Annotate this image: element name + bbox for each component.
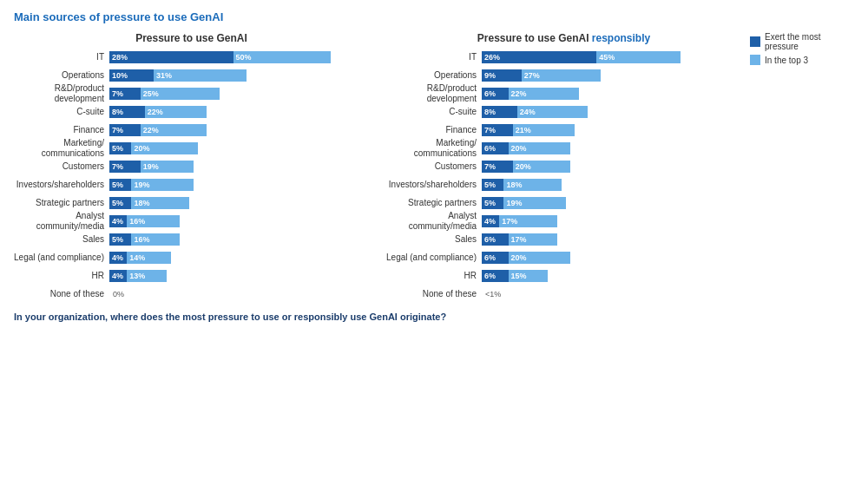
bar-container: 7%21%	[482, 124, 741, 136]
bar-outer: 18%	[503, 179, 561, 191]
bar-outer-label: 25%	[141, 89, 159, 98]
bar-container: 5%19%	[109, 179, 369, 191]
bar-inner: 5%	[109, 179, 131, 191]
bar-outer: 27%	[522, 69, 602, 82]
bar-outer-label: 20%	[509, 253, 527, 262]
bar-inner-label: 4%	[109, 217, 123, 226]
bar-container: 26%45%	[482, 51, 741, 63]
bar-container: 28%50%	[109, 51, 369, 63]
bar-outer-label: 27%	[522, 71, 540, 80]
bar-inner: 7%	[109, 124, 141, 136]
bar-outer-label: 22%	[509, 89, 527, 98]
bar-container: 6%17%	[482, 233, 741, 246]
chart-row: Operations10%31%	[14, 68, 369, 83]
bar-outer: 45%	[596, 51, 681, 63]
bar-inner-label: 5%	[109, 180, 123, 189]
bar-inner: 6%	[482, 252, 509, 264]
bar-inner: 8%	[109, 106, 145, 118]
bar-container: 4%14%	[109, 252, 369, 264]
bar-container: 5%18%	[109, 197, 369, 209]
bar-inner: 4%	[109, 215, 127, 227]
row-label: Sales	[14, 234, 109, 245]
bar-outer-label: 13%	[127, 272, 145, 280]
bar-container: 5%16%	[109, 233, 369, 246]
bar-outer: 13%	[127, 270, 167, 282]
bar-container: 4%13%	[109, 270, 369, 282]
bar-inner: 5%	[109, 197, 131, 209]
row-label: Finance	[14, 125, 109, 135]
bar-inner-label: 7%	[109, 162, 123, 171]
bar-outer: 20%	[131, 142, 197, 154]
bar-outer-label: 18%	[131, 199, 149, 207]
row-label: None of these	[386, 289, 482, 299]
bar-inner-label: 5%	[482, 180, 496, 189]
row-label: Strategic partners	[386, 198, 482, 208]
chart-row: Investors/shareholders5%18%	[386, 177, 741, 193]
row-label: Marketing/ communications	[386, 138, 482, 159]
bar-inner-label: 6%	[482, 235, 496, 244]
bar-inner: 4%	[482, 215, 499, 227]
chart-row: C-suite8%24%	[386, 104, 741, 120]
bar-container: 5%20%	[109, 142, 369, 154]
row-label: Marketing/ communications	[14, 138, 109, 159]
bar-container: 4%17%	[482, 215, 741, 227]
row-label: Customers	[386, 161, 482, 172]
bar-outer-label: 21%	[513, 126, 531, 135]
bar-inner-label: 5%	[482, 199, 496, 207]
chart-row: C-suite8%22%	[14, 104, 369, 120]
bar-outer-label: 20%	[513, 162, 531, 171]
row-label: None of these	[14, 289, 109, 299]
bar-outer: 16%	[127, 215, 180, 227]
bar-outer: 19%	[503, 197, 565, 209]
bar-outer-label: 45%	[596, 53, 615, 62]
bar-inner-label: 9%	[482, 71, 496, 80]
bar-outer: 19%	[131, 179, 193, 191]
chart-row: Marketing/ communications5%20%	[14, 141, 369, 156]
bar-container: 9%27%	[482, 69, 741, 82]
bar-inner-label: 6%	[482, 144, 496, 153]
chart-row: R&D/product development7%25%	[14, 86, 369, 102]
row-label: HR	[386, 271, 482, 281]
bar-inner: 5%	[109, 233, 131, 246]
bar-inner: 6%	[482, 142, 509, 154]
bar-inner-label: 4%	[109, 253, 123, 262]
chart-row: HR6%15%	[386, 268, 741, 284]
bar-outer-label: 19%	[131, 180, 149, 189]
chart2: Pressure to use GenAI responsibly IT26%4…	[386, 32, 741, 305]
bar-outer: 18%	[131, 197, 188, 209]
bar-outer: 22%	[145, 106, 207, 118]
chart1: Pressure to use GenAI IT28%50%Operations…	[14, 32, 369, 305]
bar-inner: 6%	[482, 233, 509, 246]
bar-outer: 20%	[513, 161, 570, 173]
chart-row: Analyst community/media4%16%	[14, 213, 369, 229]
row-label: Analyst community/media	[14, 211, 109, 232]
row-label: Legal (and compliance)	[14, 253, 109, 263]
bar-outer-label: 15%	[509, 272, 527, 280]
chart-row: HR4%13%	[14, 268, 369, 284]
row-label: Operations	[14, 70, 109, 81]
bar-inner-label: 5%	[109, 144, 123, 153]
bar-inner-label: 5%	[109, 235, 123, 244]
bar-container: 8%22%	[109, 106, 369, 118]
bar-inner-label: 7%	[109, 126, 123, 135]
bar-container: 8%24%	[482, 106, 741, 118]
row-label: Sales	[386, 234, 482, 245]
chart-row: IT28%50%	[14, 49, 369, 65]
bar-inner: 7%	[109, 88, 141, 100]
bar-inner-label: 7%	[482, 126, 496, 135]
legend: Exert the most pressureIn the top 3	[741, 32, 854, 95]
bar-container: 10%31%	[109, 69, 369, 82]
bar-inner: 5%	[482, 179, 503, 191]
chart1-title: Pressure to use GenAI	[14, 32, 369, 44]
row-label: Investors/shareholders	[386, 180, 482, 190]
bar-outer-label: 19%	[503, 199, 522, 207]
chart-row: Investors/shareholders5%19%	[14, 177, 369, 193]
bar-inner-label: 10%	[109, 71, 128, 80]
bar-outer-label: 50%	[233, 53, 252, 62]
chart-row: Operations9%27%	[386, 68, 741, 83]
chart-row: Analyst community/media4%17%	[386, 213, 741, 229]
bar-container: 7%20%	[482, 161, 741, 173]
legend-color-box	[750, 36, 760, 47]
bar-container: 7%25%	[109, 88, 369, 100]
row-label: R&D/product development	[386, 83, 482, 104]
